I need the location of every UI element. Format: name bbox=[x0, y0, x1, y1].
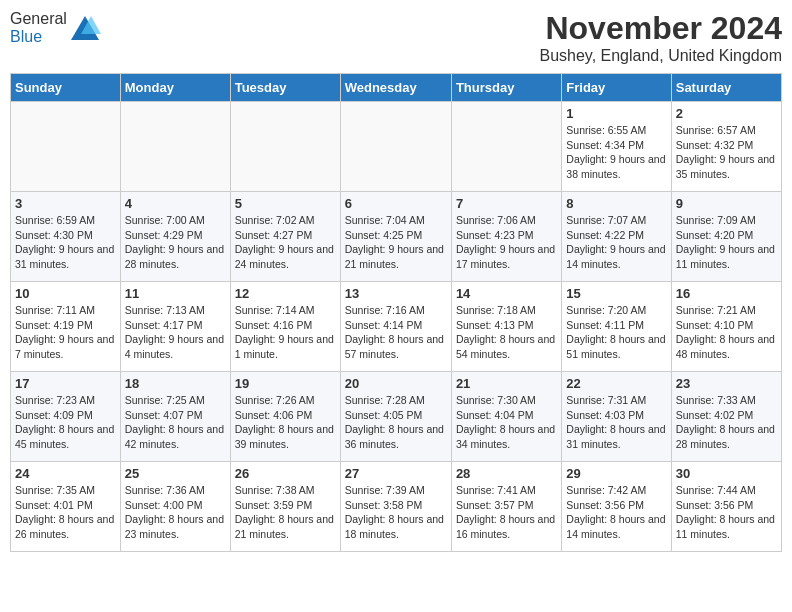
day-info: Sunrise: 7:30 AMSunset: 4:04 PMDaylight:… bbox=[456, 393, 557, 452]
calendar-cell: 29Sunrise: 7:42 AMSunset: 3:56 PMDayligh… bbox=[562, 462, 671, 552]
day-number: 23 bbox=[676, 376, 777, 391]
calendar-cell: 27Sunrise: 7:39 AMSunset: 3:58 PMDayligh… bbox=[340, 462, 451, 552]
calendar-cell bbox=[451, 102, 561, 192]
day-info: Sunrise: 6:57 AMSunset: 4:32 PMDaylight:… bbox=[676, 123, 777, 182]
day-number: 24 bbox=[15, 466, 116, 481]
calendar-week-row: 3Sunrise: 6:59 AMSunset: 4:30 PMDaylight… bbox=[11, 192, 782, 282]
day-info: Sunrise: 7:39 AMSunset: 3:58 PMDaylight:… bbox=[345, 483, 447, 542]
calendar-cell: 9Sunrise: 7:09 AMSunset: 4:20 PMDaylight… bbox=[671, 192, 781, 282]
day-number: 5 bbox=[235, 196, 336, 211]
day-number: 30 bbox=[676, 466, 777, 481]
day-info: Sunrise: 7:35 AMSunset: 4:01 PMDaylight:… bbox=[15, 483, 116, 542]
day-number: 1 bbox=[566, 106, 666, 121]
day-number: 29 bbox=[566, 466, 666, 481]
day-number: 27 bbox=[345, 466, 447, 481]
calendar-week-row: 17Sunrise: 7:23 AMSunset: 4:09 PMDayligh… bbox=[11, 372, 782, 462]
calendar-table: SundayMondayTuesdayWednesdayThursdayFrid… bbox=[10, 73, 782, 552]
calendar-cell: 28Sunrise: 7:41 AMSunset: 3:57 PMDayligh… bbox=[451, 462, 561, 552]
col-header-sunday: Sunday bbox=[11, 74, 121, 102]
day-info: Sunrise: 7:44 AMSunset: 3:56 PMDaylight:… bbox=[676, 483, 777, 542]
day-info: Sunrise: 6:59 AMSunset: 4:30 PMDaylight:… bbox=[15, 213, 116, 272]
calendar-cell: 8Sunrise: 7:07 AMSunset: 4:22 PMDaylight… bbox=[562, 192, 671, 282]
location-subtitle: Bushey, England, United Kingdom bbox=[539, 47, 782, 65]
day-number: 18 bbox=[125, 376, 226, 391]
day-number: 25 bbox=[125, 466, 226, 481]
col-header-tuesday: Tuesday bbox=[230, 74, 340, 102]
calendar-cell: 16Sunrise: 7:21 AMSunset: 4:10 PMDayligh… bbox=[671, 282, 781, 372]
day-number: 19 bbox=[235, 376, 336, 391]
calendar-cell: 19Sunrise: 7:26 AMSunset: 4:06 PMDayligh… bbox=[230, 372, 340, 462]
day-info: Sunrise: 6:55 AMSunset: 4:34 PMDaylight:… bbox=[566, 123, 666, 182]
day-number: 3 bbox=[15, 196, 116, 211]
day-number: 28 bbox=[456, 466, 557, 481]
day-info: Sunrise: 7:42 AMSunset: 3:56 PMDaylight:… bbox=[566, 483, 666, 542]
calendar-week-row: 24Sunrise: 7:35 AMSunset: 4:01 PMDayligh… bbox=[11, 462, 782, 552]
calendar-cell: 25Sunrise: 7:36 AMSunset: 4:00 PMDayligh… bbox=[120, 462, 230, 552]
day-number: 11 bbox=[125, 286, 226, 301]
day-number: 16 bbox=[676, 286, 777, 301]
day-info: Sunrise: 7:28 AMSunset: 4:05 PMDaylight:… bbox=[345, 393, 447, 452]
day-info: Sunrise: 7:07 AMSunset: 4:22 PMDaylight:… bbox=[566, 213, 666, 272]
day-number: 9 bbox=[676, 196, 777, 211]
page-header: General Blue November 2024 Bushey, Engla… bbox=[10, 10, 782, 65]
calendar-cell: 6Sunrise: 7:04 AMSunset: 4:25 PMDaylight… bbox=[340, 192, 451, 282]
calendar-cell: 1Sunrise: 6:55 AMSunset: 4:34 PMDaylight… bbox=[562, 102, 671, 192]
day-number: 22 bbox=[566, 376, 666, 391]
day-number: 10 bbox=[15, 286, 116, 301]
day-info: Sunrise: 7:13 AMSunset: 4:17 PMDaylight:… bbox=[125, 303, 226, 362]
day-info: Sunrise: 7:26 AMSunset: 4:06 PMDaylight:… bbox=[235, 393, 336, 452]
day-info: Sunrise: 7:38 AMSunset: 3:59 PMDaylight:… bbox=[235, 483, 336, 542]
day-number: 2 bbox=[676, 106, 777, 121]
day-number: 15 bbox=[566, 286, 666, 301]
day-number: 14 bbox=[456, 286, 557, 301]
day-number: 12 bbox=[235, 286, 336, 301]
col-header-thursday: Thursday bbox=[451, 74, 561, 102]
calendar-cell: 3Sunrise: 6:59 AMSunset: 4:30 PMDaylight… bbox=[11, 192, 121, 282]
day-info: Sunrise: 7:41 AMSunset: 3:57 PMDaylight:… bbox=[456, 483, 557, 542]
calendar-cell: 23Sunrise: 7:33 AMSunset: 4:02 PMDayligh… bbox=[671, 372, 781, 462]
day-info: Sunrise: 7:16 AMSunset: 4:14 PMDaylight:… bbox=[345, 303, 447, 362]
day-info: Sunrise: 7:20 AMSunset: 4:11 PMDaylight:… bbox=[566, 303, 666, 362]
calendar-week-row: 1Sunrise: 6:55 AMSunset: 4:34 PMDaylight… bbox=[11, 102, 782, 192]
day-number: 17 bbox=[15, 376, 116, 391]
day-info: Sunrise: 7:04 AMSunset: 4:25 PMDaylight:… bbox=[345, 213, 447, 272]
day-number: 21 bbox=[456, 376, 557, 391]
title-area: November 2024 Bushey, England, United Ki… bbox=[539, 10, 782, 65]
calendar-cell: 17Sunrise: 7:23 AMSunset: 4:09 PMDayligh… bbox=[11, 372, 121, 462]
logo-icon bbox=[69, 14, 101, 42]
calendar-cell bbox=[340, 102, 451, 192]
calendar-cell: 13Sunrise: 7:16 AMSunset: 4:14 PMDayligh… bbox=[340, 282, 451, 372]
calendar-cell: 21Sunrise: 7:30 AMSunset: 4:04 PMDayligh… bbox=[451, 372, 561, 462]
calendar-cell: 11Sunrise: 7:13 AMSunset: 4:17 PMDayligh… bbox=[120, 282, 230, 372]
day-number: 13 bbox=[345, 286, 447, 301]
logo-blue-text: Blue bbox=[10, 28, 42, 45]
calendar-cell: 2Sunrise: 6:57 AMSunset: 4:32 PMDaylight… bbox=[671, 102, 781, 192]
day-info: Sunrise: 7:02 AMSunset: 4:27 PMDaylight:… bbox=[235, 213, 336, 272]
day-info: Sunrise: 7:00 AMSunset: 4:29 PMDaylight:… bbox=[125, 213, 226, 272]
day-info: Sunrise: 7:14 AMSunset: 4:16 PMDaylight:… bbox=[235, 303, 336, 362]
calendar-cell: 18Sunrise: 7:25 AMSunset: 4:07 PMDayligh… bbox=[120, 372, 230, 462]
calendar-cell: 24Sunrise: 7:35 AMSunset: 4:01 PMDayligh… bbox=[11, 462, 121, 552]
day-info: Sunrise: 7:06 AMSunset: 4:23 PMDaylight:… bbox=[456, 213, 557, 272]
calendar-week-row: 10Sunrise: 7:11 AMSunset: 4:19 PMDayligh… bbox=[11, 282, 782, 372]
calendar-cell bbox=[11, 102, 121, 192]
day-number: 26 bbox=[235, 466, 336, 481]
day-number: 8 bbox=[566, 196, 666, 211]
day-number: 4 bbox=[125, 196, 226, 211]
day-info: Sunrise: 7:36 AMSunset: 4:00 PMDaylight:… bbox=[125, 483, 226, 542]
col-header-monday: Monday bbox=[120, 74, 230, 102]
calendar-cell: 26Sunrise: 7:38 AMSunset: 3:59 PMDayligh… bbox=[230, 462, 340, 552]
day-info: Sunrise: 7:33 AMSunset: 4:02 PMDaylight:… bbox=[676, 393, 777, 452]
col-header-friday: Friday bbox=[562, 74, 671, 102]
calendar-header-row: SundayMondayTuesdayWednesdayThursdayFrid… bbox=[11, 74, 782, 102]
calendar-cell: 4Sunrise: 7:00 AMSunset: 4:29 PMDaylight… bbox=[120, 192, 230, 282]
day-info: Sunrise: 7:18 AMSunset: 4:13 PMDaylight:… bbox=[456, 303, 557, 362]
day-info: Sunrise: 7:23 AMSunset: 4:09 PMDaylight:… bbox=[15, 393, 116, 452]
calendar-cell: 12Sunrise: 7:14 AMSunset: 4:16 PMDayligh… bbox=[230, 282, 340, 372]
day-info: Sunrise: 7:11 AMSunset: 4:19 PMDaylight:… bbox=[15, 303, 116, 362]
calendar-cell: 20Sunrise: 7:28 AMSunset: 4:05 PMDayligh… bbox=[340, 372, 451, 462]
day-info: Sunrise: 7:25 AMSunset: 4:07 PMDaylight:… bbox=[125, 393, 226, 452]
logo: General Blue bbox=[10, 10, 101, 46]
day-number: 7 bbox=[456, 196, 557, 211]
calendar-cell: 22Sunrise: 7:31 AMSunset: 4:03 PMDayligh… bbox=[562, 372, 671, 462]
